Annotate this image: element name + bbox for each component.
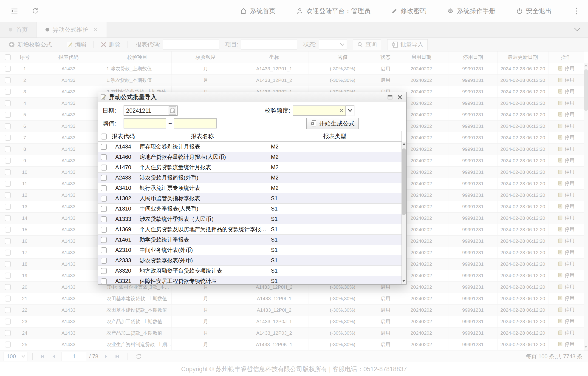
- row-checkbox[interactable]: [5, 227, 11, 233]
- row-checkbox[interactable]: [5, 169, 11, 175]
- frequency-chevron-down-icon[interactable]: [346, 105, 354, 116]
- scrollbar-thumb[interactable]: [584, 69, 588, 111]
- scroll-down-icon[interactable]: [584, 346, 588, 348]
- row-checkbox[interactable]: [5, 89, 11, 95]
- select-all-checkbox[interactable]: [101, 134, 107, 140]
- report-code-input[interactable]: [163, 40, 219, 50]
- row-checkbox[interactable]: [101, 268, 107, 274]
- stop-action-button[interactable]: 停用: [558, 111, 575, 118]
- stop-action-button[interactable]: 停用: [558, 157, 575, 164]
- stop-action-button[interactable]: 停用: [558, 123, 575, 129]
- nav-welcome[interactable]: 欢迎登陆平台：管理员: [296, 7, 370, 15]
- main-scrollbar[interactable]: [584, 63, 588, 350]
- row-checkbox[interactable]: [5, 146, 11, 152]
- scroll-up-icon[interactable]: [584, 64, 588, 66]
- row-checkbox[interactable]: [5, 100, 11, 106]
- first-page-button[interactable]: [40, 354, 45, 359]
- stop-action-button[interactable]: 停用: [558, 77, 575, 83]
- scrollbar-thumb[interactable]: [402, 149, 406, 215]
- prev-page-button[interactable]: [51, 354, 56, 359]
- row-checkbox[interactable]: [101, 196, 107, 202]
- stop-action-button[interactable]: 停用: [558, 203, 575, 210]
- stop-action-button[interactable]: 停用: [558, 192, 575, 198]
- stop-action-button[interactable]: 停用: [558, 341, 575, 347]
- row-checkbox[interactable]: [5, 307, 11, 313]
- row-checkbox[interactable]: [5, 181, 11, 187]
- next-page-button[interactable]: [104, 354, 109, 359]
- scroll-up-icon[interactable]: [402, 143, 406, 145]
- edit-button[interactable]: 编辑: [61, 38, 92, 51]
- calendar-icon[interactable]: [168, 107, 176, 115]
- stop-action-button[interactable]: 停用: [558, 180, 575, 187]
- select-all-checkbox[interactable]: [5, 54, 11, 60]
- stop-action-button[interactable]: 停用: [558, 88, 575, 95]
- row-checkbox[interactable]: [5, 123, 11, 129]
- delete-button[interactable]: 删除: [95, 38, 126, 51]
- stop-action-button[interactable]: 停用: [558, 249, 575, 256]
- add-formula-button[interactable]: 新增校验公式: [3, 38, 57, 51]
- tab-formula-maintenance[interactable]: 异动公式维护: [37, 22, 107, 37]
- row-checkbox[interactable]: [5, 66, 11, 72]
- stop-action-button[interactable]: 停用: [558, 238, 575, 244]
- stop-action-button[interactable]: 停用: [558, 226, 575, 233]
- stop-action-button[interactable]: 停用: [558, 215, 575, 221]
- close-tab-icon[interactable]: [93, 27, 98, 32]
- row-checkbox[interactable]: [5, 238, 11, 244]
- tab-home[interactable]: 首页: [0, 22, 37, 37]
- row-checkbox[interactable]: [101, 237, 107, 243]
- row-checkbox[interactable]: [101, 185, 107, 191]
- nav-change-password[interactable]: 修改密码: [391, 7, 426, 15]
- dialog-scrollbar[interactable]: [401, 141, 406, 284]
- stop-action-button[interactable]: 停用: [558, 100, 575, 106]
- row-checkbox[interactable]: [101, 175, 107, 181]
- row-checkbox[interactable]: [101, 247, 107, 253]
- row-checkbox[interactable]: [5, 284, 11, 290]
- row-checkbox[interactable]: [5, 250, 11, 256]
- threshold-to-input[interactable]: [174, 118, 217, 129]
- stop-action-button[interactable]: 停用: [558, 261, 575, 267]
- stop-action-button[interactable]: 停用: [558, 318, 575, 324]
- dialog-title-bar[interactable]: 异动公式批量导入: [98, 92, 406, 102]
- stop-action-button[interactable]: 停用: [558, 169, 575, 175]
- stop-action-button[interactable]: 停用: [558, 295, 575, 301]
- stop-action-button[interactable]: 停用: [558, 284, 575, 290]
- generate-formula-button[interactable]: 开始生成公式: [306, 118, 358, 129]
- scroll-down-icon[interactable]: [402, 280, 405, 282]
- stop-action-button[interactable]: 停用: [558, 307, 575, 313]
- threshold-from-input[interactable]: [124, 118, 166, 129]
- last-page-button[interactable]: [115, 354, 120, 359]
- page-number-input[interactable]: [62, 352, 87, 361]
- row-checkbox[interactable]: [5, 204, 11, 210]
- collapse-menu-icon[interactable]: [10, 8, 18, 14]
- row-checkbox[interactable]: [5, 215, 11, 221]
- row-checkbox[interactable]: [5, 112, 11, 118]
- row-checkbox[interactable]: [101, 227, 107, 233]
- tab-list-chevron-down-icon[interactable]: [573, 27, 581, 32]
- status-select[interactable]: [319, 40, 347, 50]
- nav-home[interactable]: 系统首页: [240, 7, 276, 15]
- row-checkbox[interactable]: [5, 77, 11, 83]
- row-checkbox[interactable]: [5, 135, 11, 141]
- row-checkbox[interactable]: [101, 144, 107, 150]
- stop-action-button[interactable]: 停用: [558, 65, 575, 72]
- search-button[interactable]: 查询: [353, 39, 381, 50]
- nav-logout[interactable]: 安全退出: [516, 7, 552, 15]
- kebab-menu-icon[interactable]: [575, 7, 578, 15]
- stop-action-button[interactable]: 停用: [558, 330, 575, 336]
- stop-action-button[interactable]: 停用: [558, 146, 575, 152]
- row-checkbox[interactable]: [101, 206, 107, 212]
- row-checkbox[interactable]: [101, 165, 107, 171]
- maximize-icon[interactable]: [388, 95, 393, 99]
- row-checkbox[interactable]: [101, 258, 107, 264]
- row-checkbox[interactable]: [5, 296, 11, 301]
- row-checkbox[interactable]: [5, 330, 11, 336]
- row-checkbox[interactable]: [5, 342, 11, 347]
- row-checkbox[interactable]: [101, 278, 107, 284]
- project-input[interactable]: [241, 40, 297, 50]
- date-input[interactable]: [126, 107, 163, 114]
- row-checkbox[interactable]: [101, 154, 107, 160]
- row-checkbox[interactable]: [5, 273, 11, 279]
- refresh-icon[interactable]: [32, 7, 39, 15]
- close-icon[interactable]: [397, 95, 403, 100]
- row-checkbox[interactable]: [5, 319, 11, 324]
